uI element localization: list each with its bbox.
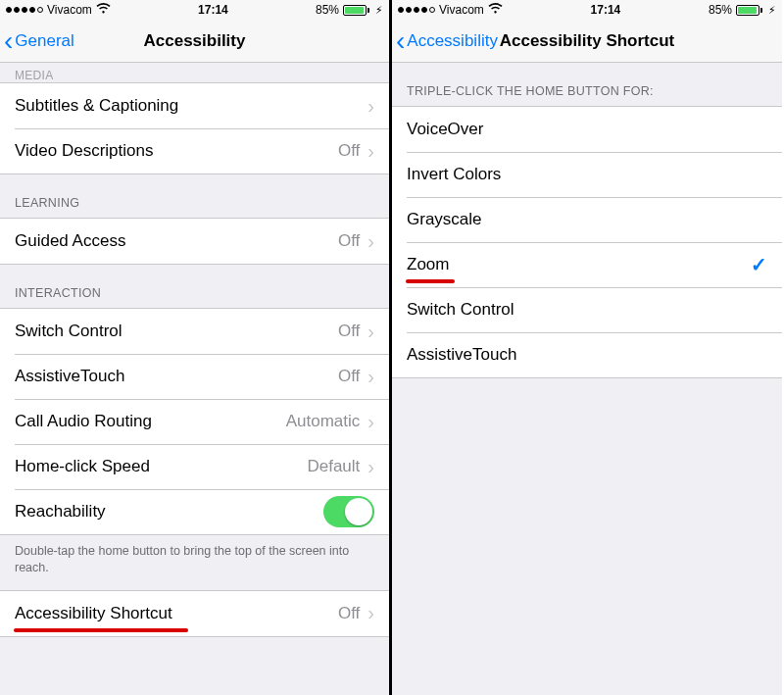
chevron-right-icon: ›: [368, 321, 374, 343]
navbar: ‹ Accessibility Accessibility Shortcut: [392, 20, 782, 63]
chevron-right-icon: ›: [368, 140, 374, 163]
group-header-media: MEDIA: [0, 63, 389, 82]
row-label: Accessibility Shortcut: [15, 604, 172, 623]
row-value: Off: [338, 231, 360, 251]
row-switch-control[interactable]: Switch Control: [392, 287, 782, 332]
charging-icon: ⚡︎: [768, 4, 776, 17]
row-assistivetouch[interactable]: AssistiveTouch Off›: [0, 354, 389, 399]
row-subtitles-captioning[interactable]: Subtitles & Captioning ›: [0, 83, 389, 128]
row-value: Default: [307, 457, 360, 476]
group-header-learning: LEARNING: [0, 174, 389, 218]
row-label: AssistiveTouch: [15, 367, 124, 386]
row-guided-access[interactable]: Guided Access Off›: [0, 219, 389, 264]
back-button[interactable]: ‹ General: [4, 20, 74, 62]
checkmark-icon: ✓: [751, 253, 767, 276]
carrier-label: Vivacom: [47, 3, 92, 17]
row-value: Automatic: [286, 412, 361, 431]
row-label: Grayscale: [407, 210, 482, 229]
row-video-descriptions[interactable]: Video Descriptions Off›: [0, 128, 389, 174]
annotation-underline: [14, 628, 188, 632]
row-label: VoiceOver: [407, 120, 483, 139]
battery-percent: 85%: [316, 3, 339, 17]
carrier-label: Vivacom: [439, 3, 484, 17]
row-grayscale[interactable]: Grayscale: [392, 197, 782, 242]
row-label: Reachability: [15, 502, 106, 521]
status-bar: Vivacom 17:14 85% ⚡︎: [0, 0, 389, 20]
row-value: Off: [338, 367, 360, 386]
back-label: Accessibility: [407, 31, 498, 51]
row-label: Home-click Speed: [15, 457, 150, 476]
battery-icon: [343, 5, 369, 16]
chevron-right-icon: ›: [368, 366, 374, 388]
signal-dots-icon: [398, 7, 435, 13]
row-label: Switch Control: [15, 322, 122, 341]
row-label: Guided Access: [15, 231, 125, 251]
back-label: General: [15, 31, 74, 51]
chevron-right-icon: ›: [368, 411, 374, 433]
row-label: Call Audio Routing: [15, 412, 152, 431]
row-label: Switch Control: [407, 300, 514, 320]
row-zoom[interactable]: Zoom ✓: [392, 242, 782, 287]
status-bar: Vivacom 17:14 85% ⚡︎: [392, 0, 782, 20]
row-switch-control[interactable]: Switch Control Off›: [0, 309, 389, 354]
row-call-audio-routing[interactable]: Call Audio Routing Automatic›: [0, 399, 389, 444]
row-value: Off: [338, 604, 360, 623]
clock: 17:14: [591, 3, 621, 17]
signal-dots-icon: [6, 7, 43, 13]
row-label: Subtitles & Captioning: [15, 96, 178, 116]
charging-icon: ⚡︎: [375, 4, 383, 17]
row-value: Off: [338, 322, 360, 341]
chevron-right-icon: ›: [368, 602, 374, 624]
row-label: Zoom: [407, 255, 449, 274]
chevron-left-icon: ‹: [4, 27, 13, 55]
wifi-icon: [488, 3, 503, 17]
row-label: Invert Colors: [407, 165, 501, 184]
row-accessibility-shortcut[interactable]: Accessibility Shortcut Off›: [0, 591, 389, 636]
page-title: Accessibility Shortcut: [500, 31, 675, 51]
chevron-right-icon: ›: [368, 230, 374, 253]
page-title: Accessibility: [144, 31, 246, 51]
battery-icon: [736, 5, 762, 16]
annotation-underline: [406, 279, 455, 283]
row-label: Video Descriptions: [15, 141, 153, 161]
reachability-footer: Double-tap the home button to bring the …: [0, 535, 389, 590]
row-value: Off: [338, 141, 360, 161]
row-assistivetouch[interactable]: AssistiveTouch: [392, 332, 782, 377]
chevron-right-icon: ›: [368, 456, 374, 478]
chevron-right-icon: ›: [368, 95, 374, 118]
row-invert-colors[interactable]: Invert Colors: [392, 152, 782, 197]
back-button[interactable]: ‹ Accessibility: [396, 20, 498, 62]
battery-percent: 85%: [709, 3, 732, 17]
row-voiceover[interactable]: VoiceOver: [392, 107, 782, 152]
navbar: ‹ General Accessibility: [0, 20, 389, 63]
group-header-tripleclick: TRIPLE-CLICK THE HOME BUTTON FOR:: [392, 63, 782, 106]
row-reachability[interactable]: Reachability: [0, 489, 389, 534]
group-header-interaction: INTERACTION: [0, 265, 389, 308]
reachability-switch[interactable]: [323, 496, 374, 527]
row-home-click-speed[interactable]: Home-click Speed Default›: [0, 444, 389, 489]
clock: 17:14: [198, 3, 228, 17]
chevron-left-icon: ‹: [396, 27, 405, 55]
wifi-icon: [96, 3, 111, 17]
row-label: AssistiveTouch: [407, 345, 516, 365]
